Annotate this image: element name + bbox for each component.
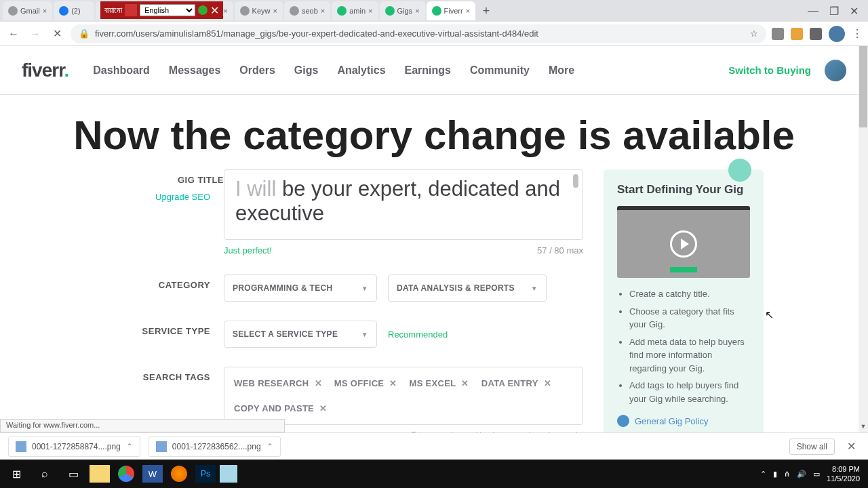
nav-earnings[interactable]: Earnings (405, 64, 451, 77)
video-thumbnail[interactable] (617, 206, 750, 278)
explorer-icon[interactable] (90, 465, 110, 483)
firefox-icon[interactable] (167, 462, 191, 486)
word-icon[interactable]: W (142, 465, 163, 483)
extension-icon[interactable] (772, 28, 784, 40)
show-all-button[interactable]: Show all (789, 439, 835, 455)
extension-icon[interactable] (791, 28, 803, 40)
wifi-icon[interactable]: ⋔ (784, 470, 790, 479)
close-icon[interactable]: × (321, 7, 325, 15)
tip-item: Add tags to help buyers find your Gig wh… (629, 379, 750, 405)
notification-icon[interactable]: ▭ (813, 470, 820, 479)
tab-11[interactable]: Gigs× (380, 1, 425, 20)
tag-item: WEB RESEARCH✕ (231, 374, 325, 392)
chevron-down-icon: ▼ (361, 285, 368, 292)
tag-item: COPY AND PASTE✕ (231, 399, 330, 418)
go-icon[interactable] (198, 5, 208, 15)
nav-community[interactable]: Community (470, 64, 530, 77)
photoshop-icon[interactable]: Ps (195, 465, 216, 483)
policy-link[interactable]: General Gig Policy (617, 415, 750, 427)
close-icon[interactable]: × (415, 7, 419, 15)
user-avatar[interactable] (825, 60, 846, 81)
tag-item: MS OFFICE✕ (332, 374, 400, 392)
close-icon[interactable]: × (368, 7, 372, 15)
battery-icon[interactable]: ▮ (773, 470, 777, 479)
tray-chevron-icon[interactable]: ⌃ (760, 470, 766, 479)
minimize-button[interactable]: — (808, 5, 818, 18)
tab-9[interactable]: seob× (284, 1, 330, 20)
gig-form: GIG TITLE Upgrade SEO I will be your exp… (122, 169, 583, 459)
chevron-up-icon[interactable]: ⌃ (126, 442, 133, 451)
tab-active[interactable]: Fiverr× (427, 1, 476, 20)
download-item[interactable]: 0001-1272836562....png⌃ (149, 436, 281, 457)
page-scrollbar[interactable]: ▼ (859, 46, 868, 432)
remove-tag-icon[interactable]: ✕ (389, 378, 397, 388)
adobe-icon[interactable] (125, 4, 137, 16)
close-icon[interactable]: ✕ (210, 4, 219, 17)
back-button[interactable]: ← (5, 26, 22, 42)
forward-button[interactable]: → (27, 26, 43, 42)
validation-message: Just perfect! (224, 245, 272, 256)
sidebar-title: Start Defining Your Gig (617, 183, 750, 197)
download-item[interactable]: 0001-1272858874....png⌃ (8, 436, 140, 457)
title-scrollbar[interactable] (569, 174, 580, 235)
nav-dashboard[interactable]: Dashboard (93, 64, 150, 77)
extensions-puzzle-icon[interactable] (810, 28, 822, 40)
overlay-heading: Now the category change is available (0, 112, 868, 159)
chevron-up-icon[interactable]: ⌃ (267, 442, 273, 451)
task-view-button[interactable]: ▭ (61, 462, 85, 486)
tag-item: MS EXCEL✕ (407, 374, 472, 392)
fiverr-logo[interactable]: fiverr. (22, 60, 68, 81)
stop-button[interactable]: ✕ (49, 26, 65, 42)
nav-analytics[interactable]: Analytics (337, 64, 385, 77)
close-icon[interactable]: × (273, 7, 277, 15)
close-downloads-button[interactable]: ✕ (843, 440, 860, 453)
volume-icon[interactable]: 🔊 (797, 470, 806, 479)
service-type-select[interactable]: SELECT A SERVICE TYPE▼ (224, 321, 377, 348)
chrome-icon[interactable] (114, 462, 138, 486)
start-button[interactable]: ⊞ (4, 462, 28, 486)
clock[interactable]: 8:09 PM 11/5/2020 (827, 464, 860, 484)
fiverr-icon (432, 6, 441, 16)
notepad-icon[interactable] (220, 465, 237, 483)
bangla-label: বায়ামো (104, 5, 122, 15)
status-bar: Waiting for www.fiverr.com... (0, 419, 285, 432)
nav-gigs[interactable]: Gigs (294, 64, 319, 77)
switch-buying-button[interactable]: Switch to Buying (728, 64, 811, 76)
gig-title-label: GIG TITLE (122, 169, 224, 185)
remove-tag-icon[interactable]: ✕ (544, 378, 551, 388)
close-icon[interactable]: × (43, 7, 47, 15)
play-icon (670, 230, 697, 258)
star-icon[interactable]: ☆ (750, 28, 758, 39)
url-text: fiverr.com/users/aminulislam851/manage_g… (95, 28, 538, 39)
close-button[interactable]: ✕ (850, 5, 859, 18)
tab-fb[interactable]: (2) (54, 1, 94, 20)
url-input[interactable]: 🔒 fiverr.com/users/aminulislam851/manage… (71, 24, 766, 43)
language-select[interactable]: English (140, 4, 195, 16)
fiverr-navbar: fiverr. Dashboard Messages Orders Gigs A… (0, 46, 868, 95)
sidebar-badge-icon (728, 159, 751, 182)
search-button[interactable]: ⌕ (33, 462, 57, 486)
gig-title-input[interactable]: I will be your expert, dedicated and exe… (224, 169, 583, 240)
subcategory-select[interactable]: DATA ANALYSIS & REPORTS▼ (388, 274, 547, 302)
profile-avatar[interactable] (829, 26, 845, 42)
menu-icon[interactable]: ⋮ (852, 27, 863, 40)
close-icon[interactable]: × (223, 7, 227, 15)
tab-10[interactable]: amin× (332, 1, 378, 20)
upgrade-seo-link[interactable]: Upgrade SEO (122, 192, 224, 202)
tags-input[interactable]: WEB RESEARCH✕ MS OFFICE✕ MS EXCEL✕ DATA … (224, 367, 583, 425)
close-icon[interactable]: × (466, 7, 470, 15)
new-tab-button[interactable]: + (477, 4, 496, 18)
nav-messages[interactable]: Messages (169, 64, 221, 77)
remove-tag-icon[interactable]: ✕ (319, 403, 327, 413)
fiverr-icon (385, 6, 395, 16)
nav-more[interactable]: More (549, 64, 574, 77)
extension-icons: ⋮ (772, 26, 863, 42)
remove-tag-icon[interactable]: ✕ (461, 378, 469, 388)
tab-8[interactable]: Keyw× (235, 1, 283, 20)
nav-orders[interactable]: Orders (239, 64, 275, 77)
category-select[interactable]: PROGRAMMING & TECH▼ (224, 274, 377, 302)
maximize-button[interactable]: ❐ (829, 5, 839, 18)
image-icon (156, 441, 167, 452)
remove-tag-icon[interactable]: ✕ (315, 378, 322, 388)
tab-gmail[interactable]: Gmail× (3, 1, 52, 20)
